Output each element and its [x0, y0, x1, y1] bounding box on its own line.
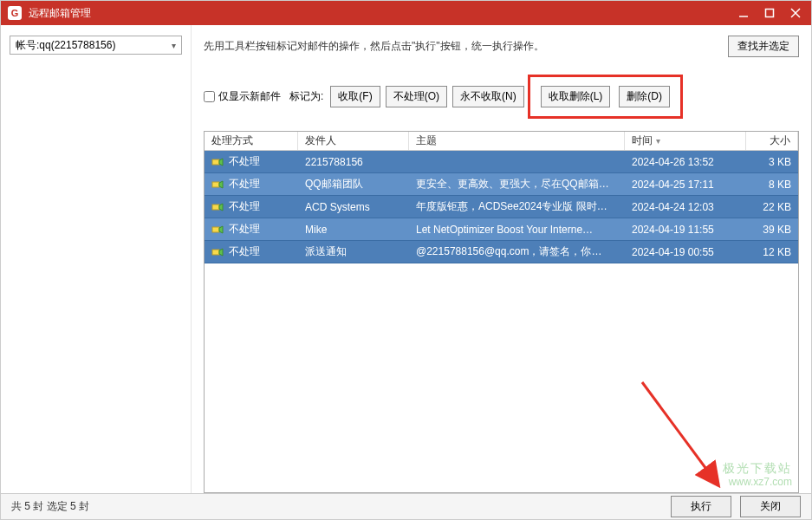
- app-icon: G: [8, 6, 22, 20]
- statusbar: 共 5 封 选定 5 封 执行 关闭: [1, 493, 811, 519]
- execute-button[interactable]: 执行: [671, 496, 731, 517]
- cell-time: 2024-04-25 17:11: [625, 179, 746, 191]
- col-time-label: 时间: [632, 133, 653, 148]
- show-new-only-checkbox[interactable]: 仅显示新邮件: [204, 89, 281, 104]
- table-row[interactable]: 不处理MikeLet NetOptimizer Boost Your Inter…: [205, 218, 798, 241]
- table-row[interactable]: 不处理ACD Systems年度版钜惠，ACDSee2024专业版 限时…202…: [205, 196, 798, 218]
- maximize-button[interactable]: [761, 4, 778, 22]
- cell-time: 2024-04-19 00:55: [625, 246, 746, 258]
- help-row: 先用工具栏按钮标记对邮件的操作，然后点击"执行"按钮，统一执行操作。 查找并选定: [204, 36, 799, 57]
- svg-rect-5: [212, 182, 219, 187]
- toolbar-row: 仅显示新邮件 标记为: 收取(F) 不处理(O) 永不收取(N) 收取删除(L)…: [204, 75, 799, 119]
- help-text: 先用工具栏按钮标记对邮件的操作，然后点击"执行"按钮，统一执行操作。: [204, 39, 728, 54]
- mark-as-label: 标记为:: [289, 89, 323, 104]
- col-size[interactable]: 大小: [746, 132, 798, 150]
- annotation-highlight-box: 收取删除(L) 删除(D): [528, 75, 683, 119]
- cell-sender: 派送通知: [298, 244, 409, 259]
- find-select-button[interactable]: 查找并选定: [728, 36, 799, 57]
- cell-sender: 2215788156: [298, 156, 409, 168]
- svg-rect-4: [212, 159, 219, 165]
- mail-icon: [211, 246, 224, 258]
- col-subject[interactable]: 主题: [409, 132, 625, 150]
- table-body: 不处理22157881562024-04-26 13:523 KB不处理QQ邮箱…: [205, 151, 798, 263]
- cell-size: 8 KB: [746, 179, 798, 191]
- cell-subject: 更安全、更高效、更强大，尽在QQ邮箱…: [409, 177, 625, 192]
- mail-icon: [211, 201, 224, 213]
- col-time[interactable]: 时间 ▾: [625, 132, 746, 150]
- col-action[interactable]: 处理方式: [205, 132, 298, 150]
- show-new-only-label: 仅显示新邮件: [218, 89, 281, 104]
- svg-rect-7: [212, 227, 219, 232]
- svg-rect-8: [212, 250, 219, 255]
- cell-size: 39 KB: [746, 224, 798, 236]
- noaction-button[interactable]: 不处理(O): [386, 86, 447, 107]
- table-header: 处理方式 发件人 主题 时间 ▾ 大小: [205, 132, 798, 151]
- window-title: 远程邮箱管理: [29, 6, 735, 21]
- cell-action: 不处理: [205, 154, 298, 169]
- titlebar: G 远程邮箱管理: [1, 1, 811, 25]
- table-row[interactable]: 不处理派送通知@2215788156@qq.com，请签名，你…2024-04-…: [205, 241, 798, 263]
- mail-icon: [211, 156, 224, 168]
- chevron-down-icon: ▾: [172, 41, 176, 50]
- fetch-button[interactable]: 收取(F): [330, 86, 380, 107]
- account-select-label: 帐号:qq(2215788156): [16, 38, 115, 53]
- svg-rect-6: [212, 205, 219, 210]
- sort-desc-icon: ▾: [656, 136, 660, 146]
- status-counts: 共 5 封 选定 5 封: [11, 499, 662, 514]
- show-new-only-input[interactable]: [204, 91, 215, 102]
- never-fetch-button[interactable]: 永不收取(N): [452, 86, 524, 107]
- cell-size: 22 KB: [746, 201, 798, 213]
- content: 帐号:qq(2215788156) ▾ 先用工具栏按钮标记对邮件的操作，然后点击…: [1, 25, 811, 493]
- table-row[interactable]: 不处理22157881562024-04-26 13:523 KB: [205, 151, 798, 173]
- cell-sender: QQ邮箱团队: [298, 177, 409, 192]
- col-sender[interactable]: 发件人: [298, 132, 409, 150]
- cell-action: 不处理: [205, 244, 298, 259]
- cell-action: 不处理: [205, 199, 298, 214]
- mail-icon: [211, 179, 224, 191]
- cell-subject: Let NetOptimizer Boost Your Interne…: [409, 224, 625, 236]
- cell-sender: ACD Systems: [298, 201, 409, 213]
- close-button[interactable]: [787, 4, 804, 22]
- cell-size: 12 KB: [746, 246, 798, 258]
- delete-button[interactable]: 删除(D): [619, 86, 670, 107]
- cell-sender: Mike: [298, 224, 409, 236]
- svg-rect-1: [766, 10, 774, 17]
- fetch-delete-button[interactable]: 收取删除(L): [541, 86, 611, 107]
- cell-time: 2024-04-19 11:55: [625, 224, 746, 236]
- cell-time: 2024-04-24 12:03: [625, 201, 746, 213]
- close-dialog-button[interactable]: 关闭: [740, 496, 801, 517]
- right-panel: 先用工具栏按钮标记对邮件的操作，然后点击"执行"按钮，统一执行操作。 查找并选定…: [192, 25, 811, 493]
- window-buttons: [735, 4, 804, 22]
- mail-table: 处理方式 发件人 主题 时间 ▾ 大小 不处理22157881562024-04…: [204, 131, 799, 493]
- cell-action: 不处理: [205, 177, 298, 192]
- account-select[interactable]: 帐号:qq(2215788156) ▾: [10, 36, 182, 55]
- left-panel: 帐号:qq(2215788156) ▾: [1, 25, 192, 493]
- minimize-button[interactable]: [735, 4, 752, 22]
- cell-subject: @2215788156@qq.com，请签名，你…: [409, 244, 625, 259]
- cell-action: 不处理: [205, 222, 298, 237]
- table-row[interactable]: 不处理QQ邮箱团队更安全、更高效、更强大，尽在QQ邮箱…2024-04-25 1…: [205, 173, 798, 196]
- cell-subject: 年度版钜惠，ACDSee2024专业版 限时…: [409, 199, 625, 214]
- mail-icon: [211, 224, 224, 236]
- cell-time: 2024-04-26 13:52: [625, 156, 746, 168]
- cell-size: 3 KB: [746, 156, 798, 168]
